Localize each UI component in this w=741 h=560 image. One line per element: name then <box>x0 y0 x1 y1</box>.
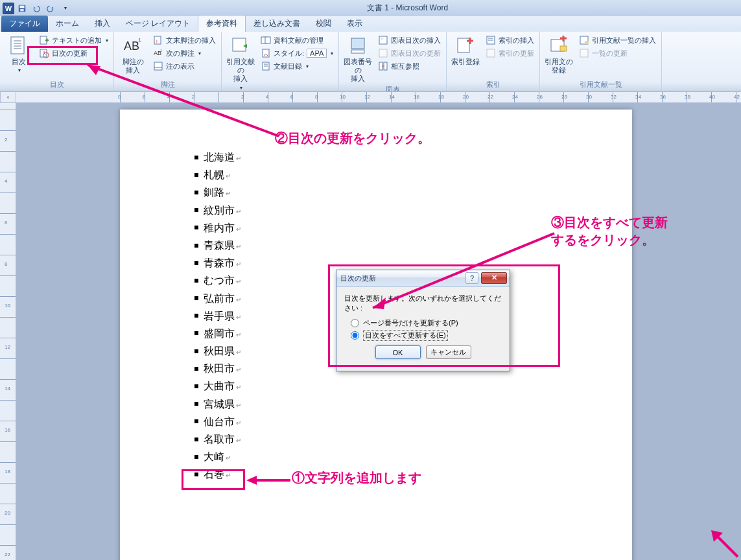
mark-index-entry-button[interactable]: 索引登録 <box>451 33 480 66</box>
word-app-icon[interactable]: W <box>3 3 14 14</box>
dialog-title-bar[interactable]: 目次の更新 ? ✕ <box>336 270 510 287</box>
save-icon <box>18 4 27 13</box>
qat-customize[interactable]: ▾ <box>58 2 71 15</box>
list-item[interactable]: 盛岡市 <box>194 325 241 342</box>
bullet-icon <box>194 279 198 283</box>
update-tof-icon <box>378 48 388 58</box>
mark-citation-button[interactable]: 引用文の 登録 <box>544 33 574 75</box>
save-button[interactable] <box>16 2 29 15</box>
svg-rect-27 <box>351 50 364 53</box>
citation-icon <box>230 36 251 56</box>
insert-endnote-button[interactable]: i文末脚注の挿入 <box>152 34 217 46</box>
group-toc: 目次▾ テキストの追加▾ 目次の更新 目次 <box>0 32 114 91</box>
list-item[interactable]: 札幌 <box>194 166 241 183</box>
insert-footnote-button[interactable]: AB1 脚注の 挿入 <box>118 33 148 75</box>
tab-file[interactable]: ファイル <box>1 16 48 32</box>
list-item[interactable]: 岩手県 <box>194 307 241 325</box>
dialog-help-button[interactable]: ? <box>465 272 478 284</box>
bullet-icon <box>194 296 198 300</box>
insert-tof-button[interactable]: 図表目次の挿入 <box>377 34 442 46</box>
toc-button[interactable]: 目次▾ <box>4 33 34 74</box>
svg-text:1: 1 <box>138 37 141 43</box>
tab-references[interactable]: 参考資料 <box>198 15 246 32</box>
list-item[interactable]: 釧路 <box>194 183 241 201</box>
list-item[interactable]: 稚内市 <box>194 219 241 237</box>
list-item[interactable]: むつ市 <box>194 272 241 289</box>
window-title: 文書 1 - Microsoft Word <box>74 3 741 14</box>
dialog-ok-button[interactable]: OK <box>375 345 421 359</box>
tab-home[interactable]: ホーム <box>48 16 87 32</box>
tab-page-layout[interactable]: ページ レイアウト <box>118 16 198 32</box>
vertical-ruler[interactable]: 246810121416182022 <box>0 103 16 560</box>
undo-button[interactable] <box>30 2 43 15</box>
document-content[interactable]: 北海道札幌釧路紋別市稚内市青森県青森市むつ市弘前市岩手県盛岡市秋田県秋田市大曲市… <box>194 148 241 484</box>
insert-caption-button[interactable]: 図表番号の 挿入 <box>343 33 373 84</box>
list-item[interactable]: 青森市 <box>194 254 241 272</box>
svg-rect-26 <box>351 38 364 49</box>
list-item-text: 青森市 <box>204 254 241 272</box>
list-item[interactable]: 石巻 <box>194 465 241 483</box>
tab-mailings[interactable]: 差し込み文書 <box>246 16 308 32</box>
svg-rect-17 <box>154 62 162 70</box>
list-item[interactable]: 名取市 <box>194 430 241 448</box>
update-index-button[interactable]: 索引の更新 <box>484 47 535 59</box>
horizontal-ruler[interactable]: 8642246810121416182022242628303234363840… <box>16 91 741 103</box>
svg-rect-41 <box>585 41 589 44</box>
update-toc-button[interactable]: 目次の更新 <box>38 47 110 59</box>
group-footnotes: AB1 脚注の 挿入 i文末脚注の挿入 AB1次の脚注▾ 注の表示 脚注 <box>114 32 222 91</box>
svg-text:i: i <box>156 38 158 44</box>
list-item[interactable]: 宮城県 <box>194 395 241 413</box>
bullet-icon <box>194 384 198 388</box>
insert-citation-button[interactable]: 引用文献の 挿入▾ <box>226 33 255 91</box>
redo-button[interactable] <box>44 2 57 15</box>
group-index: 索引登録 索引の挿入 索引の更新 索引 <box>447 32 540 91</box>
svg-rect-29 <box>381 38 383 40</box>
redo-icon <box>46 4 55 13</box>
dialog-close-button[interactable]: ✕ <box>481 272 507 284</box>
dialog-title: 目次の更新 <box>340 274 376 283</box>
dialog-cancel-button[interactable]: キャンセル <box>426 345 471 359</box>
cross-ref-button[interactable]: 相互参照 <box>377 60 442 72</box>
svg-rect-21 <box>265 37 270 43</box>
update-toc-icon <box>39 48 49 58</box>
update-index-icon <box>486 48 496 58</box>
tab-insert[interactable]: 挿入 <box>87 16 118 32</box>
ruler-corner[interactable]: ▫ <box>0 91 16 103</box>
list-item[interactable]: 弘前市 <box>194 290 241 307</box>
svg-rect-13 <box>154 36 161 44</box>
list-item[interactable]: 大崎 <box>194 448 241 465</box>
tab-review[interactable]: 校閲 <box>308 16 339 32</box>
list-item[interactable]: 大曲市 <box>194 377 241 395</box>
bullet-icon <box>194 173 198 177</box>
insert-toa-button[interactable]: 引用文献一覧の挿入 <box>578 34 657 46</box>
add-text-icon <box>39 35 49 45</box>
manage-sources-button[interactable]: 資料文献の管理 <box>259 34 335 46</box>
tab-view[interactable]: 表示 <box>339 16 370 32</box>
list-item[interactable]: 紋別市 <box>194 202 241 219</box>
show-notes-button[interactable]: 注の表示 <box>152 60 217 72</box>
list-item-text: 札幌 <box>204 166 231 183</box>
update-toa-button[interactable]: 一覧の更新 <box>578 47 657 59</box>
list-item[interactable]: 秋田県 <box>194 342 241 360</box>
add-text-button[interactable]: テキストの追加▾ <box>38 34 110 46</box>
update-tof-button[interactable]: 図表目次の更新 <box>377 47 442 59</box>
radio-update-all[interactable]: 目次をすべて更新する(E) <box>351 330 502 341</box>
next-footnote-button[interactable]: AB1次の脚注▾ <box>152 47 217 59</box>
list-item-text: 秋田県 <box>204 342 241 360</box>
citation-style[interactable]: スタイル: APA▾ <box>259 47 335 59</box>
radio-update-pages[interactable]: ページ番号だけを更新する(P) <box>351 318 502 328</box>
bibliography-icon <box>261 61 271 71</box>
list-item-text: 仙台市 <box>204 413 241 430</box>
toc-icon <box>8 36 29 56</box>
insert-index-button[interactable]: 索引の挿入 <box>484 34 535 46</box>
group-captions: 図表番号の 挿入 図表目次の挿入 図表目次の更新 相互参照 図表 <box>339 32 447 91</box>
list-item[interactable]: 青森県 <box>194 237 241 254</box>
bullet-icon <box>194 156 198 159</box>
group-authorities: 引用文の 登録 引用文献一覧の挿入 一覧の更新 引用文献一覧 <box>540 32 662 91</box>
list-item[interactable]: 秋田市 <box>194 360 241 377</box>
list-item[interactable]: 北海道 <box>194 148 241 166</box>
list-item[interactable]: 仙台市 <box>194 413 241 430</box>
mark-citation-icon <box>548 36 569 56</box>
bibliography-button[interactable]: 文献目録▾ <box>259 60 335 72</box>
bullet-icon <box>194 349 198 353</box>
